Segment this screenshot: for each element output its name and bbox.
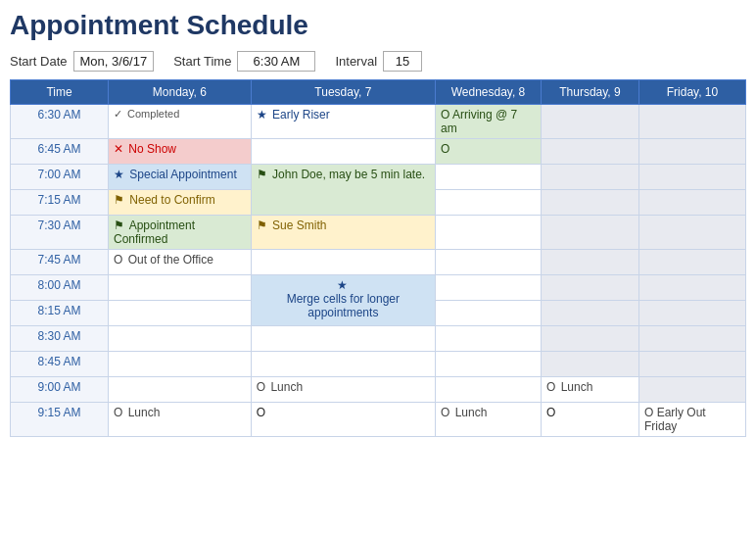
time-cell: 8:15 AM bbox=[11, 301, 109, 326]
circle-icon: O bbox=[441, 142, 449, 156]
empty-cell bbox=[541, 250, 638, 275]
empty-cell bbox=[638, 275, 745, 301]
empty-cell bbox=[435, 377, 541, 403]
lunch-cell[interactable]: O Lunch bbox=[109, 403, 252, 437]
empty-cell bbox=[109, 352, 252, 377]
outofoffice-cell[interactable]: O Out of the Office bbox=[109, 250, 252, 275]
empty-cell bbox=[435, 301, 541, 326]
interval-input[interactable]: 15 bbox=[383, 51, 422, 72]
early-riser-cell[interactable]: ★ Early Riser bbox=[251, 105, 435, 139]
flag-icon: ⚑ bbox=[114, 219, 124, 232]
time-cell: 7:45 AM bbox=[11, 250, 109, 275]
empty-cell bbox=[541, 352, 638, 377]
empty-cell bbox=[435, 216, 541, 250]
start-time-input[interactable]: 6:30 AM bbox=[237, 51, 315, 72]
flag-icon: ⚑ bbox=[257, 168, 267, 181]
empty-cell bbox=[541, 275, 638, 301]
time-cell: 8:00 AM bbox=[11, 275, 109, 301]
empty-cell bbox=[541, 105, 638, 139]
empty-cell bbox=[251, 352, 435, 377]
empty-cell bbox=[638, 139, 745, 165]
header-friday: Friday, 10 bbox=[638, 80, 745, 105]
empty-cell bbox=[109, 377, 252, 403]
time-cell: 9:00 AM bbox=[11, 377, 109, 403]
special-cell[interactable]: ★ Special Appointment bbox=[109, 165, 252, 190]
circle-icon: O bbox=[441, 406, 449, 419]
empty-cell bbox=[109, 326, 252, 352]
empty-cell bbox=[251, 139, 435, 165]
time-cell: 7:30 AM bbox=[11, 216, 109, 250]
time-cell: 8:45 AM bbox=[11, 352, 109, 377]
johndoe-cell[interactable]: ⚑ John Doe, may be 5 min late. bbox=[251, 165, 435, 216]
header-tuesday: Tuesday, 7 bbox=[251, 80, 435, 105]
susmith-cell[interactable]: ⚑ Sue Smith bbox=[251, 216, 435, 250]
interval-label: Interval bbox=[335, 54, 377, 69]
empty-cell bbox=[435, 326, 541, 352]
flag-icon: ⚑ bbox=[114, 193, 124, 207]
time-cell: 6:30 AM bbox=[11, 105, 109, 139]
start-time-label: Start Time bbox=[173, 54, 231, 69]
needconfirm-cell[interactable]: ⚑ Need to Confirm bbox=[109, 190, 252, 216]
circle-icon: O bbox=[114, 406, 122, 419]
time-cell: 9:15 AM bbox=[11, 403, 109, 437]
lunch-cell[interactable]: O Lunch bbox=[541, 377, 638, 403]
star-icon: ★ bbox=[337, 278, 348, 292]
circle-icon: O bbox=[546, 406, 555, 419]
empty-cell bbox=[541, 190, 638, 216]
time-cell: 7:00 AM bbox=[11, 165, 109, 190]
empty-cell bbox=[435, 250, 541, 275]
empty-cell bbox=[638, 250, 745, 275]
start-date-input[interactable]: Mon, 3/6/17 bbox=[73, 51, 155, 72]
merge-cell[interactable]: ★Merge cells for longer appointments bbox=[251, 275, 435, 326]
empty-cell bbox=[638, 352, 745, 377]
empty-cell bbox=[251, 250, 435, 275]
lunch-cell[interactable]: O Lunch bbox=[251, 377, 435, 403]
header-monday: Monday, 6 bbox=[109, 80, 252, 105]
arriving-cell[interactable]: O Arriving @ 7 am bbox=[435, 105, 541, 139]
earlyout-cell[interactable]: O Early Out Friday bbox=[638, 403, 745, 437]
empty-cell bbox=[638, 301, 745, 326]
header-wednesday: Wednesday, 8 bbox=[435, 80, 541, 105]
empty-cell bbox=[541, 301, 638, 326]
empty-cell bbox=[638, 326, 745, 352]
schedule-table: Time Monday, 6 Tuesday, 7 Wednesday, 8 T… bbox=[10, 79, 746, 437]
o-only-cell: O bbox=[541, 403, 638, 437]
start-date-label: Start Date bbox=[10, 54, 68, 69]
empty-cell bbox=[435, 352, 541, 377]
empty-cell bbox=[541, 216, 638, 250]
time-cell: 7:15 AM bbox=[11, 190, 109, 216]
time-cell: 8:30 AM bbox=[11, 326, 109, 352]
empty-cell bbox=[435, 275, 541, 301]
confirmed-cell[interactable]: ⚑ Appointment Confirmed bbox=[109, 216, 252, 250]
circle-icon: O bbox=[546, 380, 555, 394]
completed-cell: ✓ Completed bbox=[109, 105, 252, 139]
check-icon: ✓ bbox=[114, 108, 122, 120]
circle-icon: O bbox=[441, 108, 449, 122]
page-title: Appointment Schedule bbox=[10, 10, 746, 41]
o-only-cell: O bbox=[435, 139, 541, 165]
empty-cell bbox=[638, 190, 745, 216]
flag-icon: ⚑ bbox=[257, 219, 267, 232]
empty-cell bbox=[638, 165, 745, 190]
controls-bar: Start Date Mon, 3/6/17 Start Time 6:30 A… bbox=[10, 51, 746, 72]
empty-cell bbox=[638, 377, 745, 403]
empty-cell bbox=[435, 165, 541, 190]
circle-icon: O bbox=[257, 380, 265, 394]
empty-cell bbox=[109, 301, 252, 326]
time-cell: 6:45 AM bbox=[11, 139, 109, 165]
star-icon: ★ bbox=[114, 168, 124, 181]
x-icon: ✕ bbox=[114, 142, 123, 156]
empty-cell bbox=[638, 216, 745, 250]
empty-cell bbox=[638, 105, 745, 139]
circle-icon: O bbox=[644, 406, 653, 419]
empty-cell bbox=[541, 165, 638, 190]
empty-cell bbox=[251, 326, 435, 352]
empty-cell bbox=[541, 139, 638, 165]
lunch-cell[interactable]: O Lunch bbox=[435, 403, 541, 437]
empty-cell bbox=[435, 190, 541, 216]
circle-icon: O bbox=[257, 406, 265, 419]
header-thursday: Thursday, 9 bbox=[541, 80, 638, 105]
empty-cell bbox=[109, 275, 252, 301]
noshow-cell[interactable]: ✕ No Show bbox=[109, 139, 252, 165]
header-time: Time bbox=[11, 80, 109, 105]
